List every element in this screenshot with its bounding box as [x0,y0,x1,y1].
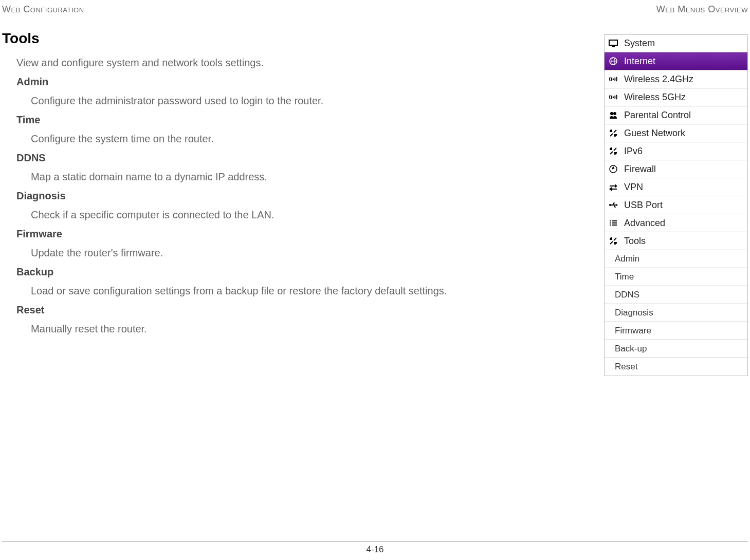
item-reset-desc: Manually reset the router. [31,323,583,335]
menu-item-firewall[interactable]: Firewall [604,160,748,178]
svg-point-7 [610,112,613,115]
fire-icon [608,164,619,174]
menu-item-vpn[interactable]: VPN [604,178,748,196]
page-header: Web Configuration Web Menus Overview [0,0,750,15]
item-ddns-desc: Map a static domain name to a dynamic IP… [31,171,583,183]
submenu-label: Admin [615,254,639,264]
menu-label: Firewall [624,164,656,175]
menu-item-parental[interactable]: Parental Control [604,106,748,124]
svg-rect-13 [612,220,617,221]
item-reset-title: Reset [16,304,583,316]
menu-item-tools[interactable]: Tools [604,232,748,250]
menu-item-usb[interactable]: USB Port [604,196,748,214]
svg-point-8 [613,112,616,115]
submenu-reset[interactable]: Reset [604,358,748,376]
svg-rect-14 [610,222,611,223]
content-area: Tools View and configure system and netw… [0,15,750,376]
submenu-label: Firmware [615,326,651,336]
header-right: Web Menus Overview [656,4,748,15]
item-firmware-title: Firmware [16,228,583,240]
section-title: Tools [2,30,583,47]
submenu-ddns[interactable]: DDNS [604,286,748,304]
item-backup-title: Backup [16,266,583,278]
submenu-time[interactable]: Time [604,268,748,286]
list-icon [608,219,619,227]
item-diagnosis-desc: Check if a specific computer is connecte… [31,209,583,221]
menu-label: Parental Control [624,110,691,121]
item-diagnosis-title: Diagnosis [16,190,583,202]
svg-point-5 [613,79,614,80]
item-ddns-title: DDNS [16,152,583,164]
menu-label: IPv6 [624,146,643,157]
svg-point-10 [609,204,611,206]
submenu-label: DDNS [615,290,639,300]
svg-rect-16 [610,225,611,226]
people-icon [608,111,619,119]
section-intro: View and configure system and network to… [16,57,583,69]
header-left: Web Configuration [2,4,84,15]
item-firmware-desc: Update the router's firmware. [31,247,583,259]
signal-icon [608,76,619,83]
menu-item-wireless5[interactable]: Wireless 5GHz [604,88,748,106]
item-time-title: Time [16,114,583,126]
item-backup-desc: Load or save configuration settings from… [31,285,583,297]
svg-rect-17 [612,225,617,226]
page-footer: 4-16 [0,541,750,555]
menu-label: Advanced [624,218,665,229]
menu-label: Wireless 2.4GHz [624,74,693,85]
menu-item-ipv6[interactable]: IPv6 [604,142,748,160]
tools-icon [608,236,619,246]
submenu-label: Back-up [615,344,647,354]
menu-label: Internet [624,56,655,67]
menu-item-advanced[interactable]: Advanced [604,214,748,232]
menu-label: System [624,38,655,49]
item-time-desc: Configure the system time on the router. [31,133,583,145]
submenu-diagnosis[interactable]: Diagnosis [604,304,748,322]
globe-icon [608,57,619,66]
item-admin-desc: Configure the administrator password use… [31,95,583,107]
submenu-label: Diagnosis [615,308,653,318]
arrows-icon [608,183,619,191]
signal-icon [608,94,619,101]
monitor-icon [608,40,619,48]
menu-item-wireless24[interactable]: Wireless 2.4GHz [604,70,748,88]
svg-rect-1 [612,46,615,47]
menu-label: USB Port [624,200,663,211]
svg-rect-12 [610,220,611,221]
menu-label: Wireless 5GHz [624,92,686,103]
submenu-backup[interactable]: Back-up [604,340,748,358]
page-number: 4-16 [366,545,383,554]
tools-icon [608,128,619,138]
menu-label: Guest Network [624,128,685,139]
menu-item-guest[interactable]: Guest Network [604,124,748,142]
submenu-label: Reset [615,362,637,372]
svg-rect-0 [609,40,617,45]
usb-icon [608,201,619,209]
menu-item-internet[interactable]: Internet [604,52,748,70]
submenu-admin[interactable]: Admin [604,250,748,268]
submenu-label: Time [615,272,634,282]
main-column: Tools View and configure system and netw… [2,30,583,376]
menu-screenshot: System Internet Wireless 2.4GHz Wireless… [604,34,748,376]
svg-point-6 [613,97,614,98]
menu-label: Tools [624,236,646,247]
item-admin-title: Admin [16,76,583,88]
submenu-firmware[interactable]: Firmware [604,322,748,340]
svg-rect-15 [612,222,617,223]
menu-item-system[interactable]: System [604,34,748,52]
tools-icon [608,146,619,156]
menu-label: VPN [624,182,643,193]
